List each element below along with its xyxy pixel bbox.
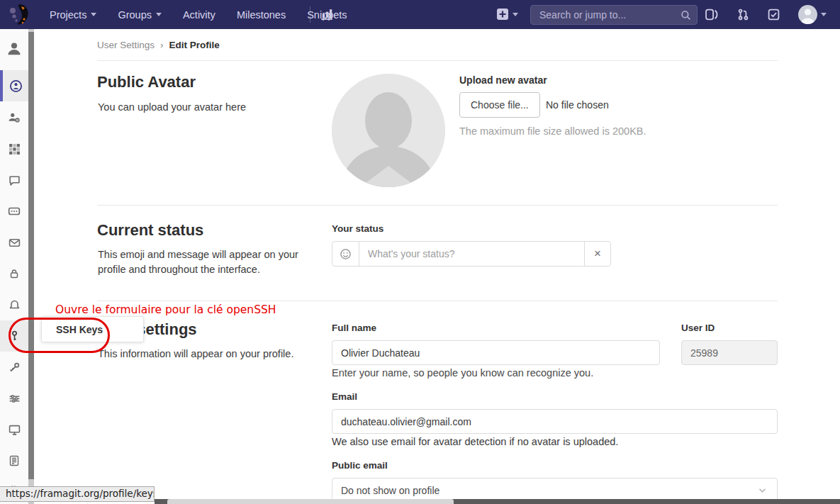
breadcrumb-separator: › bbox=[160, 40, 164, 50]
gpg-keys-icon bbox=[9, 362, 21, 374]
sidebar-item-user-avatar[interactable] bbox=[0, 33, 28, 65]
search-icon[interactable] bbox=[681, 10, 691, 21]
avatar-preview-image bbox=[332, 74, 445, 187]
annotation-text: Ouvre le formulaire pour la clé openSSH bbox=[55, 303, 276, 316]
sidebar-item-applications[interactable] bbox=[0, 133, 28, 164]
link-preview-statusbar: https://framagit.org/profile/keys bbox=[0, 486, 155, 502]
sidebar-item-chat[interactable] bbox=[0, 164, 28, 196]
framagit-profile-settings-page: Projects Groups Activity Milestones Snip… bbox=[0, 0, 840, 504]
user-id-input bbox=[681, 340, 778, 365]
nav-projects[interactable]: Projects bbox=[50, 9, 96, 21]
no-file-chosen-text: No file chosen bbox=[546, 99, 609, 111]
merge-request-icon[interactable] bbox=[737, 9, 749, 21]
full-name-help: Enter your name, so people you know can … bbox=[332, 367, 593, 379]
sidebar-scrollbar-track bbox=[28, 29, 34, 504]
email-label: Email bbox=[332, 391, 357, 402]
navbar-menu: Projects Groups Activity Milestones Snip… bbox=[50, 0, 347, 29]
sidebar-item-gpg-keys[interactable] bbox=[0, 352, 28, 383]
search-input[interactable] bbox=[539, 9, 681, 21]
main-content: User Settings › Edit Profile Public Avat… bbox=[34, 29, 840, 504]
access-tokens-icon bbox=[8, 205, 21, 218]
choose-file-button[interactable]: Choose file... bbox=[459, 92, 540, 118]
max-file-size-help: The maximum file size allowed is 200KB. bbox=[459, 125, 646, 137]
issues-icon[interactable] bbox=[705, 9, 719, 21]
framagit-logo-icon[interactable] bbox=[7, 2, 33, 28]
breadcrumb-current: Edit Profile bbox=[169, 40, 220, 50]
sidebar-scrollbar-thumb[interactable] bbox=[28, 32, 34, 479]
active-sessions-icon bbox=[9, 424, 21, 436]
user-id-label: User ID bbox=[681, 323, 715, 333]
ssh-keys-icon bbox=[9, 330, 21, 342]
top-navbar: Projects Groups Activity Milestones Snip… bbox=[0, 0, 840, 29]
plus-square-icon bbox=[497, 9, 508, 20]
current-status-description: This emoji and message will appear on yo… bbox=[98, 247, 303, 277]
user-avatar-icon bbox=[6, 40, 23, 57]
nav-milestones[interactable]: Milestones bbox=[237, 9, 286, 21]
sidebar-item-notifications[interactable] bbox=[0, 289, 28, 320]
authentication-log-icon bbox=[9, 455, 20, 466]
close-icon: × bbox=[594, 247, 601, 261]
breadcrumb: User Settings › Edit Profile bbox=[97, 40, 220, 50]
section-divider bbox=[97, 301, 778, 301]
email-help: We also use email for avatar detection i… bbox=[332, 436, 618, 447]
nav-groups[interactable]: Groups bbox=[118, 9, 162, 21]
sidebar-item-preferences[interactable] bbox=[0, 383, 28, 414]
main-settings-description: This information will appear on your pro… bbox=[98, 347, 293, 362]
clear-status-button[interactable]: × bbox=[584, 242, 610, 266]
ssh-keys-tooltip: SSH Keys bbox=[41, 316, 144, 342]
sidebar-item-password[interactable] bbox=[0, 258, 28, 289]
current-status-heading: Current status bbox=[97, 221, 203, 240]
sidebar-item-access-tokens[interactable] bbox=[0, 196, 28, 227]
your-status-label: Your status bbox=[332, 223, 383, 234]
sidebar-item-account[interactable] bbox=[0, 102, 28, 133]
full-name-label: Full name bbox=[332, 323, 376, 333]
email-input[interactable] bbox=[332, 409, 778, 434]
sidebar-item-emails[interactable] bbox=[0, 227, 28, 258]
chevron-down-icon bbox=[91, 13, 96, 16]
chevron-down-icon bbox=[758, 486, 767, 495]
sidebar-item-active-sessions[interactable] bbox=[0, 414, 28, 445]
public-email-selected-value: Do not show on profile bbox=[341, 485, 439, 496]
profile-icon bbox=[9, 79, 23, 93]
preferences-icon bbox=[9, 393, 21, 405]
new-menu-button[interactable] bbox=[497, 9, 518, 20]
public-avatar-heading: Public Avatar bbox=[97, 73, 196, 91]
status-message-input[interactable] bbox=[359, 242, 584, 266]
user-menu[interactable] bbox=[798, 5, 827, 24]
todos-icon[interactable] bbox=[768, 9, 780, 21]
bar-chart-icon[interactable] bbox=[320, 8, 333, 21]
password-icon bbox=[9, 268, 20, 279]
sidebar-item-profile[interactable] bbox=[0, 70, 28, 101]
global-search bbox=[530, 5, 698, 25]
navbar-right bbox=[705, 0, 827, 29]
sidebar-item-ssh-keys[interactable] bbox=[0, 320, 28, 352]
settings-sidebar: » bbox=[0, 29, 28, 504]
breadcrumb-user-settings[interactable]: User Settings bbox=[97, 40, 155, 50]
status-input-group: × bbox=[332, 241, 611, 267]
chevron-down-icon bbox=[513, 13, 518, 16]
emoji-picker-button[interactable] bbox=[332, 242, 359, 266]
emails-icon bbox=[9, 237, 21, 249]
public-email-label: Public email bbox=[332, 460, 388, 471]
chat-icon bbox=[9, 174, 21, 186]
public-avatar-subtext: You can upload your avatar here bbox=[98, 100, 246, 115]
chevron-down-icon bbox=[821, 13, 827, 16]
section-divider bbox=[97, 60, 778, 61]
section-divider bbox=[97, 205, 778, 206]
account-icon bbox=[8, 111, 21, 124]
navbar-divider bbox=[310, 6, 310, 23]
notifications-icon bbox=[9, 299, 21, 311]
upload-new-avatar-label: Upload new avatar bbox=[459, 74, 547, 86]
applications-icon bbox=[9, 143, 21, 155]
horizontal-scrollbar-thumb[interactable] bbox=[167, 499, 454, 504]
sidebar-item-authentication-log[interactable] bbox=[0, 445, 28, 476]
chevron-down-icon bbox=[156, 13, 162, 16]
nav-activity[interactable]: Activity bbox=[183, 9, 215, 21]
user-avatar-icon bbox=[798, 5, 817, 24]
full-name-input[interactable] bbox=[332, 340, 660, 365]
smiley-icon bbox=[340, 248, 352, 260]
